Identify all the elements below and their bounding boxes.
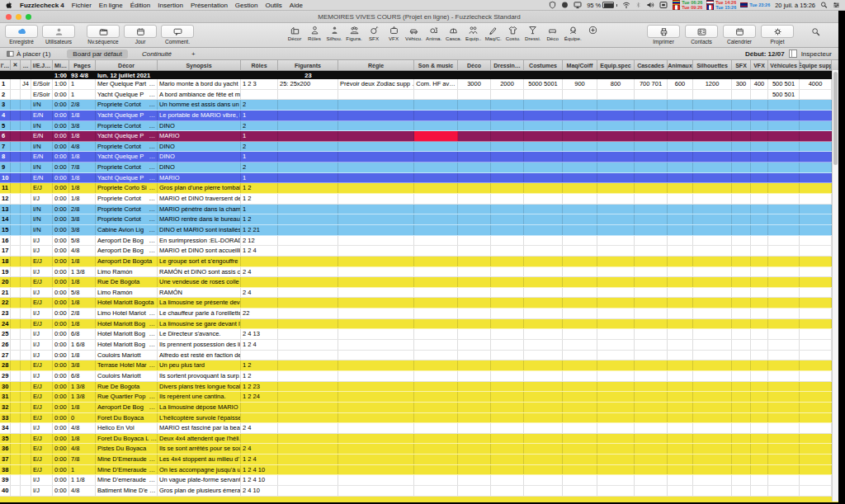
cell-animaux[interactable]	[668, 413, 693, 423]
cell-cascades[interactable]	[635, 173, 668, 183]
cell-synopsis[interactable]: DINO	[158, 152, 241, 162]
cell-silhouettes[interactable]	[693, 214, 732, 224]
cell-mi[interactable]: 0:00	[53, 131, 69, 141]
cell-figurants[interactable]	[278, 194, 338, 204]
cell-x[interactable]	[11, 455, 21, 464]
cell-roles[interactable]: 1 2	[241, 371, 278, 381]
cell-figurants[interactable]	[278, 360, 338, 370]
scene-row-6[interactable]: 6E/N0:001/8Yacht Quelque P…MARIO1	[0, 131, 838, 142]
cell-vfx[interactable]	[751, 90, 768, 100]
cell-j[interactable]	[21, 434, 31, 444]
scene-row-23[interactable]: 23I/J0:002/8Limo Hotel Mariot…Le chauffe…	[0, 309, 838, 319]
cell-num[interactable]: 2	[0, 90, 11, 100]
cell-vehicules[interactable]	[768, 111, 800, 120]
cell-synopsis[interactable]: DINO	[158, 121, 241, 131]
scene-row-31[interactable]: 31E/J0:001 3/8Rue Quartier Pop…Ils repèr…	[0, 392, 838, 403]
cell-costumes[interactable]	[524, 121, 563, 131]
cell-deco[interactable]	[458, 298, 491, 308]
cell-regie[interactable]	[338, 455, 414, 464]
cell-figurants[interactable]	[278, 319, 338, 329]
cell-dressing[interactable]	[491, 298, 524, 308]
cell-figurants[interactable]	[278, 351, 338, 360]
cell-sfx[interactable]	[732, 475, 751, 485]
cell-mi[interactable]: 0:00	[53, 225, 69, 235]
cell-num[interactable]: 23	[0, 309, 11, 318]
cell-sfx[interactable]	[732, 403, 751, 412]
cell-synopsis[interactable]: Mario monte à bord du yacht …	[158, 79, 241, 89]
cell-vehicules[interactable]	[768, 288, 800, 298]
cell-maq[interactable]	[563, 360, 597, 370]
cell-equipe[interactable]	[800, 246, 832, 256]
cell-son[interactable]	[414, 214, 458, 224]
cell-sfx[interactable]	[732, 434, 751, 444]
cell-num[interactable]: 13	[0, 205, 11, 214]
cell-decor[interactable]: Propriete Cortot…	[96, 163, 158, 172]
cell-silhouettes[interactable]	[693, 475, 732, 485]
cell-cascades[interactable]	[635, 423, 668, 433]
cell-figurants[interactable]	[278, 131, 338, 141]
cell-dressing[interactable]	[491, 309, 524, 318]
cell-son[interactable]	[414, 360, 458, 370]
cell-animaux[interactable]	[668, 329, 693, 339]
cell-ie[interactable]: I/J	[31, 267, 53, 277]
cell-figurants[interactable]	[278, 371, 338, 381]
cell-pages[interactable]: 1/8	[69, 173, 96, 183]
cell-silhouettes[interactable]	[693, 194, 732, 204]
cell-decor[interactable]: Mine D'emeraude…	[96, 475, 158, 485]
cell-decor[interactable]: Couloirs Mariott	[96, 371, 158, 381]
cell-son[interactable]	[414, 434, 458, 444]
cell-cascades[interactable]	[635, 111, 668, 120]
cell-roles[interactable]: 1 2	[241, 183, 278, 193]
cell-cascades[interactable]	[635, 413, 668, 423]
cell-deco[interactable]	[458, 434, 491, 444]
cell-sfx[interactable]	[732, 225, 751, 235]
cell-pages[interactable]: 1	[69, 79, 96, 89]
cell-animaux[interactable]	[668, 257, 693, 266]
cell-silhouettes[interactable]	[693, 246, 732, 256]
column-header-num[interactable]: l'…	[0, 60, 11, 71]
cell-equipe[interactable]	[800, 298, 832, 308]
cell-animaux[interactable]	[668, 183, 693, 193]
cell-decor[interactable]: Mer Quelque Part…	[96, 79, 158, 89]
cell-roles[interactable]: 1 2 4	[241, 340, 278, 350]
cell-maq[interactable]	[563, 267, 597, 277]
cell-mi[interactable]: 0:00	[53, 465, 69, 475]
cell-ie[interactable]: E/N	[31, 131, 53, 141]
cell-equipspec[interactable]	[597, 360, 635, 370]
cell-silhouettes[interactable]	[693, 257, 732, 266]
cell-vehicules[interactable]	[768, 225, 800, 235]
menu-item-presentation[interactable]: Présentation	[191, 2, 228, 9]
category-roles[interactable]: Rôles	[306, 26, 323, 41]
cell-ie[interactable]: E/J	[31, 392, 53, 402]
scene-row-12[interactable]: 12I/J0:001/8Propriete Cortot…MARIO et DI…	[0, 194, 838, 205]
cell-figurants[interactable]: 25: 25x200	[278, 79, 338, 89]
jour-button-face[interactable]	[124, 25, 157, 38]
cell-decor[interactable]: Aeroport De Bog…	[96, 246, 158, 256]
scene-row-20[interactable]: 20E/J0:001/8Rue De BogotaUne vendeuse de…	[0, 277, 838, 288]
category-deco[interactable]: Déco	[545, 26, 561, 41]
cell-equipspec[interactable]	[597, 434, 635, 444]
cell-x[interactable]	[11, 465, 21, 475]
cell-cascades[interactable]	[635, 257, 668, 266]
menu-item-outils[interactable]: Outils	[265, 2, 281, 9]
cell-deco[interactable]	[458, 90, 491, 100]
cell-vehicules[interactable]	[768, 475, 800, 485]
cell-sfx[interactable]	[732, 267, 751, 277]
cell-son[interactable]	[414, 475, 458, 485]
cell-dressing[interactable]	[491, 340, 524, 350]
cell-sfx[interactable]	[732, 319, 751, 329]
cell-figurants[interactable]	[278, 444, 338, 454]
cell-son[interactable]	[414, 465, 458, 475]
cell-decor[interactable]: Hotel Mariott Bog…	[96, 340, 158, 350]
cell-son[interactable]	[414, 455, 458, 464]
cell-equipe[interactable]	[800, 382, 832, 392]
cell-equipspec[interactable]	[597, 340, 635, 350]
column-header-sfx[interactable]: SFX	[732, 60, 751, 71]
cell-silhouettes[interactable]	[693, 288, 732, 298]
cell-num[interactable]: 34	[0, 423, 11, 433]
cell-dressing[interactable]	[491, 444, 524, 454]
cell-pages[interactable]: 0	[69, 413, 96, 423]
cell-maq[interactable]	[563, 465, 597, 475]
column-header-maq[interactable]: Maq/Coiff	[563, 60, 597, 71]
cell-roles[interactable]: 2	[241, 142, 278, 152]
